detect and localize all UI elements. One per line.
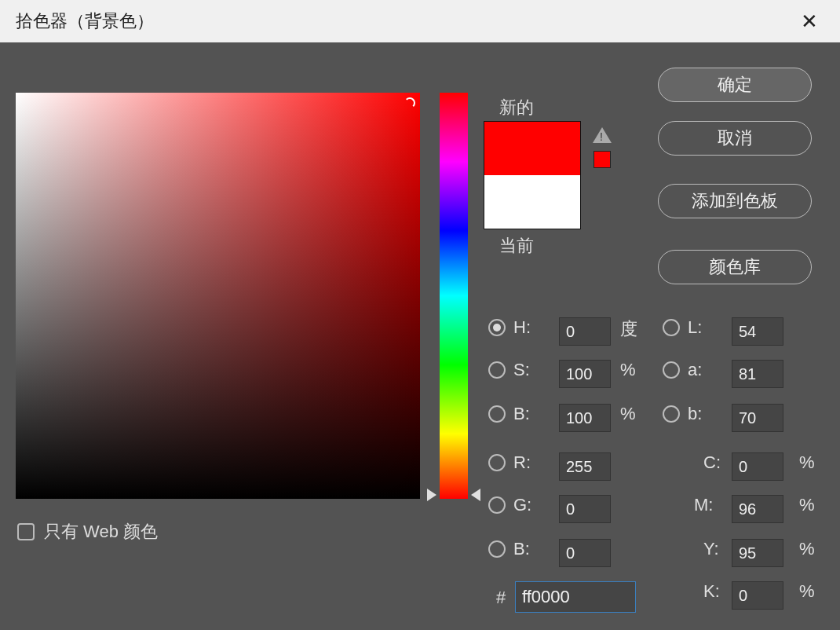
dialog-body: 新的 当前 确定 取消 添加到色板 颜色库 只有 Web 颜色 H: 度 S: …: [0, 42, 840, 630]
cyan-unit: %: [799, 452, 815, 473]
brightness-unit: %: [620, 404, 636, 424]
saturation-input[interactable]: [559, 360, 611, 388]
color-libraries-button[interactable]: 颜色库: [658, 250, 812, 284]
hue-unit: 度: [620, 317, 637, 341]
black-unit: %: [799, 581, 815, 602]
green-input[interactable]: [559, 495, 611, 523]
web-colors-only-checkbox[interactable]: 只有 Web 颜色: [17, 520, 158, 544]
yellow-label: Y:: [703, 539, 719, 559]
add-to-swatches-button[interactable]: 添加到色板: [658, 184, 812, 218]
ok-button[interactable]: 确定: [658, 68, 812, 102]
a-radio[interactable]: a:: [663, 360, 702, 380]
black-label: K:: [703, 581, 720, 602]
gamut-warning-swatch[interactable]: [593, 151, 611, 168]
color-swatch-box: [484, 121, 581, 229]
gamut-warning-icon[interactable]: [593, 127, 612, 143]
hex-prefix: #: [496, 588, 506, 608]
lightness-input[interactable]: [732, 317, 783, 346]
close-icon: ✕: [801, 9, 818, 33]
magenta-unit: %: [799, 495, 815, 515]
hue-radio[interactable]: H:: [488, 317, 531, 338]
hue-input[interactable]: [559, 317, 611, 346]
cancel-button[interactable]: 取消: [658, 121, 812, 156]
blue-radio[interactable]: B:: [488, 539, 530, 559]
swatch-current-label: 当前: [499, 234, 534, 258]
magenta-label: M:: [694, 495, 713, 515]
close-button[interactable]: ✕: [794, 3, 824, 40]
lightness-radio[interactable]: L:: [663, 317, 702, 338]
b-input[interactable]: [732, 404, 783, 432]
radio-icon: [663, 405, 680, 423]
brightness-radio[interactable]: B:: [488, 404, 530, 424]
saturation-brightness-field[interactable]: [16, 93, 420, 499]
saturation-unit: %: [620, 360, 636, 380]
brightness-input[interactable]: [559, 404, 611, 432]
cyan-input[interactable]: [732, 452, 783, 481]
current-color-swatch[interactable]: [484, 175, 580, 229]
hue-slider-handle-right-icon[interactable]: [471, 489, 480, 501]
red-input[interactable]: [559, 452, 611, 481]
saturation-radio[interactable]: S:: [488, 360, 530, 380]
magenta-input[interactable]: [732, 495, 783, 523]
red-radio[interactable]: R:: [488, 452, 531, 473]
hex-input[interactable]: [515, 581, 636, 613]
cyan-label: C:: [703, 452, 721, 473]
window-title: 拾色器（背景色）: [16, 9, 154, 33]
web-colors-label: 只有 Web 颜色: [44, 520, 158, 544]
titlebar: 拾色器（背景色） ✕: [0, 0, 840, 42]
black-input[interactable]: [732, 581, 783, 610]
hue-slider-handle-left-icon[interactable]: [427, 489, 436, 501]
radio-icon: [488, 540, 506, 558]
radio-icon: [488, 405, 506, 423]
field-cursor-icon: [404, 97, 415, 108]
radio-icon: [663, 361, 680, 379]
a-input[interactable]: [732, 360, 783, 388]
yellow-unit: %: [799, 539, 815, 559]
hue-slider[interactable]: [440, 93, 468, 499]
swatch-new-label: 新的: [499, 96, 534, 119]
radio-icon: [488, 319, 506, 336]
radio-icon: [488, 496, 506, 514]
radio-icon: [488, 454, 506, 471]
blue-input[interactable]: [559, 539, 611, 567]
radio-icon: [663, 319, 680, 336]
green-radio[interactable]: G:: [488, 495, 531, 515]
b-radio[interactable]: b:: [663, 404, 702, 424]
checkbox-icon: [17, 523, 35, 540]
color-picker-window: 拾色器（背景色） ✕ 新的 当前 确定 取消 添加到色板 颜色库 只有 Web …: [0, 0, 840, 630]
radio-icon: [488, 361, 506, 379]
new-color-swatch[interactable]: [484, 122, 580, 175]
yellow-input[interactable]: [732, 539, 783, 567]
